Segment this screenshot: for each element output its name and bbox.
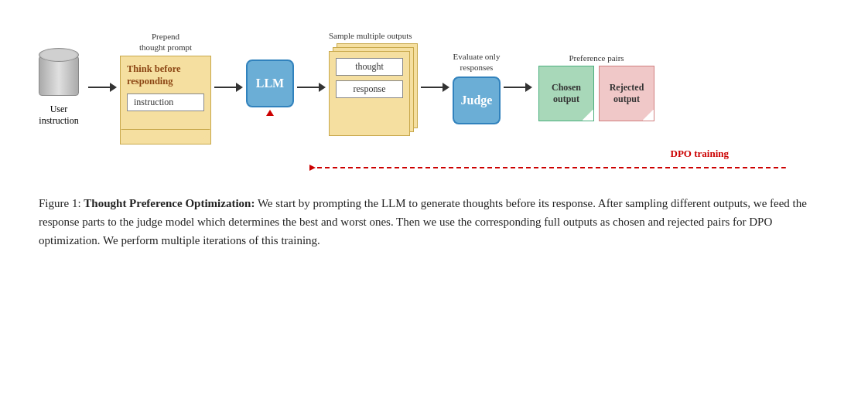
thought-box: thought	[336, 58, 403, 76]
judge-wrapper: Evaluate only responses Judge	[453, 51, 501, 124]
sample-label: Sample multiple outputs	[329, 31, 412, 40]
thought-prompt-paper: Think before responding instruction	[120, 56, 211, 144]
user-instruction: User instruction	[39, 48, 79, 128]
paper-front: thought response	[329, 51, 410, 136]
instruction-box: instruction	[127, 94, 204, 111]
dpo-training-area: DPO training	[309, 148, 791, 174]
dpo-dashed-line	[309, 162, 791, 174]
arrow-1	[88, 83, 117, 92]
figure-label: Figure 1:	[39, 197, 81, 209]
caption-bold: Thought Preference Optimization:	[84, 197, 255, 209]
arrow-2	[214, 83, 243, 92]
llm-label: LLM	[256, 76, 284, 90]
preference-pairs-wrapper: Preference pairs Chosen output Rejected …	[538, 53, 654, 121]
dpo-arrow-indicator	[266, 110, 274, 116]
thought-label: thought	[355, 61, 384, 72]
evaluate-label: Evaluate only responses	[453, 51, 501, 73]
instruction-text: instruction	[134, 97, 173, 107]
user-instruction-label: User instruction	[39, 104, 78, 128]
svg-marker-1	[309, 165, 316, 171]
stacked-papers: thought response	[329, 43, 418, 144]
stacked-papers-wrapper: Sample multiple outputs thought response	[329, 31, 418, 144]
llm-box: LLM	[246, 60, 294, 107]
preference-pairs-label: Preference pairs	[569, 53, 624, 63]
response-label: response	[354, 83, 386, 94]
dpo-label: DPO training	[671, 148, 729, 160]
think-before-label: Think before responding	[127, 63, 181, 88]
response-box: response	[336, 80, 403, 98]
judge-box: Judge	[453, 76, 501, 124]
arrow-4	[421, 83, 449, 92]
rejected-label: Rejected output	[610, 82, 644, 106]
arrow-3	[297, 83, 326, 92]
llm-wrapper: LLM	[246, 60, 294, 116]
arrow-5	[504, 83, 532, 92]
chosen-output-box: Chosen output	[538, 66, 594, 121]
cylinder-icon	[39, 48, 79, 96]
chosen-label: Chosen output	[552, 82, 581, 106]
pref-boxes: Chosen output Rejected output	[538, 66, 654, 121]
rejected-output-box: Rejected output	[599, 66, 654, 121]
judge-label: Judge	[461, 94, 493, 107]
prepend-label: Prepend thought prompt	[139, 31, 192, 53]
caption-area: Figure 1: Thought Preference Optimizatio…	[31, 183, 837, 257]
